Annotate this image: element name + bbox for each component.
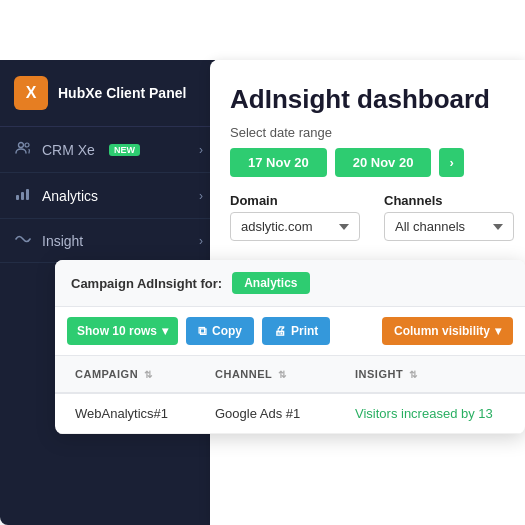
channels-field-group: Channels All channels bbox=[384, 193, 514, 241]
domain-select[interactable]: adslytic.com bbox=[230, 212, 360, 241]
date-range-label: Select date range bbox=[230, 125, 505, 140]
sidebar-app-name: HubXe Client Panel bbox=[58, 85, 186, 101]
column-visibility-button[interactable]: Column visibility ▾ bbox=[382, 317, 513, 345]
sidebar-logo: X bbox=[14, 76, 48, 110]
column-visibility-label: Column visibility bbox=[394, 324, 490, 338]
campaign-panel: Campaign AdInsight for: Analytics Show 1… bbox=[55, 260, 525, 434]
svg-point-0 bbox=[19, 143, 24, 148]
show-rows-chevron-icon: ▾ bbox=[162, 324, 168, 338]
campaign-analytics-badge: Analytics bbox=[232, 272, 309, 294]
domain-channels-row: Domain adslytic.com Channels All channel… bbox=[230, 193, 505, 241]
copy-icon: ⧉ bbox=[198, 324, 207, 338]
copy-button[interactable]: ⧉ Copy bbox=[186, 317, 254, 345]
th-campaign: CAMPAIGN ⇅ bbox=[67, 356, 207, 392]
analytics-icon bbox=[14, 186, 32, 205]
print-icon: 🖨 bbox=[274, 324, 286, 338]
col-visibility-chevron-icon: ▾ bbox=[495, 324, 501, 338]
print-button[interactable]: 🖨 Print bbox=[262, 317, 330, 345]
svg-rect-3 bbox=[21, 192, 24, 200]
users-icon bbox=[14, 140, 32, 159]
sidebar-item-analytics[interactable]: Analytics › bbox=[0, 173, 215, 219]
insight-sort-icon[interactable]: ⇅ bbox=[409, 369, 418, 380]
dashboard-title: AdInsight dashboard bbox=[230, 84, 505, 115]
topbar bbox=[0, 0, 525, 60]
logo-text: X bbox=[26, 84, 37, 102]
date-start-button[interactable]: 17 Nov 20 bbox=[230, 148, 327, 177]
date-range-row: 17 Nov 20 20 Nov 20 › bbox=[230, 148, 505, 177]
domain-label: Domain bbox=[230, 193, 360, 208]
insight-chevron-icon: › bbox=[199, 234, 203, 248]
th-channel: CHANNEL ⇅ bbox=[207, 356, 347, 392]
date-end-button[interactable]: 20 Nov 20 bbox=[335, 148, 432, 177]
td-insight: Visitors increased by 13 bbox=[347, 394, 513, 433]
crm-chevron-icon: › bbox=[199, 143, 203, 157]
insight-icon bbox=[14, 232, 32, 249]
channels-label: Channels bbox=[384, 193, 514, 208]
td-channel: Google Ads #1 bbox=[207, 394, 347, 433]
crm-badge: NEW bbox=[109, 144, 140, 156]
table-header-row: CAMPAIGN ⇅ CHANNEL ⇅ INSIGHT ⇅ bbox=[55, 356, 525, 394]
campaign-sort-icon[interactable]: ⇅ bbox=[144, 369, 153, 380]
sidebar-header: X HubXe Client Panel bbox=[0, 60, 215, 127]
campaign-panel-toolbar: Show 10 rows ▾ ⧉ Copy 🖨 Print Column vis… bbox=[55, 307, 525, 356]
campaign-panel-title: Campaign AdInsight for: bbox=[71, 276, 222, 291]
td-campaign: WebAnalytics#1 bbox=[67, 394, 207, 433]
analytics-chevron-icon: › bbox=[199, 189, 203, 203]
channels-select[interactable]: All channels bbox=[384, 212, 514, 241]
svg-rect-4 bbox=[26, 189, 29, 200]
table-row: WebAnalytics#1 Google Ads #1 Visitors in… bbox=[55, 394, 525, 434]
svg-point-1 bbox=[25, 143, 29, 147]
sidebar-insight-label: Insight bbox=[42, 233, 83, 249]
sidebar-crm-label: CRM Xe bbox=[42, 142, 95, 158]
th-insight: INSIGHT ⇅ bbox=[347, 356, 513, 392]
print-label: Print bbox=[291, 324, 318, 338]
show-rows-button[interactable]: Show 10 rows ▾ bbox=[67, 317, 178, 345]
show-rows-label: Show 10 rows bbox=[77, 324, 157, 338]
sidebar-item-crm[interactable]: CRM Xe NEW › bbox=[0, 127, 215, 173]
sidebar-item-insight[interactable]: Insight › bbox=[0, 219, 215, 263]
copy-label: Copy bbox=[212, 324, 242, 338]
channel-sort-icon[interactable]: ⇅ bbox=[278, 369, 287, 380]
domain-field-group: Domain adslytic.com bbox=[230, 193, 360, 241]
date-arrow-button[interactable]: › bbox=[439, 148, 463, 177]
svg-rect-2 bbox=[16, 195, 19, 200]
sidebar-analytics-label: Analytics bbox=[42, 188, 98, 204]
campaign-panel-header: Campaign AdInsight for: Analytics bbox=[55, 260, 525, 307]
